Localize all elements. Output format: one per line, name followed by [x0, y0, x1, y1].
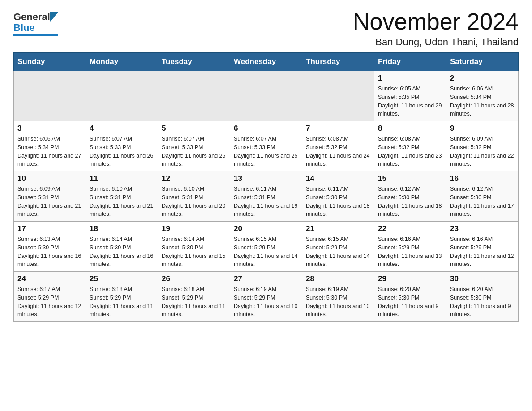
day-info: Sunrise: 6:16 AM Sunset: 5:29 PM Dayligh… — [378, 235, 442, 269]
calendar-cell: 22Sunrise: 6:16 AM Sunset: 5:29 PM Dayli… — [374, 222, 446, 272]
calendar-cell: 23Sunrise: 6:16 AM Sunset: 5:29 PM Dayli… — [446, 222, 519, 272]
calendar-cell: 15Sunrise: 6:12 AM Sunset: 5:30 PM Dayli… — [374, 171, 446, 222]
day-number: 7 — [306, 124, 370, 133]
calendar-body: 1Sunrise: 6:05 AM Sunset: 5:35 PM Daylig… — [14, 71, 519, 322]
day-number: 24 — [17, 274, 82, 283]
calendar-cell: 25Sunrise: 6:18 AM Sunset: 5:29 PM Dayli… — [86, 272, 158, 322]
day-info: Sunrise: 6:18 AM Sunset: 5:29 PM Dayligh… — [90, 285, 154, 319]
calendar-cell: 30Sunrise: 6:20 AM Sunset: 5:30 PM Dayli… — [446, 272, 519, 322]
day-number: 2 — [450, 74, 515, 83]
weekday-header-tuesday: Tuesday — [158, 53, 230, 71]
calendar-cell: 4Sunrise: 6:07 AM Sunset: 5:33 PM Daylig… — [86, 121, 158, 171]
calendar-header: SundayMondayTuesdayWednesdayThursdayFrid… — [14, 53, 519, 71]
day-info: Sunrise: 6:11 AM Sunset: 5:31 PM Dayligh… — [234, 185, 298, 218]
title-area: November 2024 Ban Dung, Udon Thani, Thai… — [353, 9, 519, 48]
calendar-cell: 26Sunrise: 6:18 AM Sunset: 5:29 PM Dayli… — [158, 272, 230, 322]
calendar-cell: 13Sunrise: 6:11 AM Sunset: 5:31 PM Dayli… — [230, 171, 302, 222]
day-info: Sunrise: 6:10 AM Sunset: 5:31 PM Dayligh… — [90, 185, 154, 218]
day-info: Sunrise: 6:14 AM Sunset: 5:30 PM Dayligh… — [162, 235, 226, 269]
weekday-header-wednesday: Wednesday — [230, 53, 302, 71]
calendar-cell: 10Sunrise: 6:09 AM Sunset: 5:31 PM Dayli… — [14, 171, 86, 222]
calendar-cell: 21Sunrise: 6:15 AM Sunset: 5:29 PM Dayli… — [302, 222, 374, 272]
day-number: 23 — [450, 224, 515, 233]
day-info: Sunrise: 6:07 AM Sunset: 5:33 PM Dayligh… — [234, 135, 298, 168]
day-number: 27 — [234, 274, 298, 283]
calendar-cell: 19Sunrise: 6:14 AM Sunset: 5:30 PM Dayli… — [158, 222, 230, 272]
svg-marker-0 — [50, 12, 58, 22]
day-info: Sunrise: 6:19 AM Sunset: 5:30 PM Dayligh… — [306, 285, 370, 319]
day-info: Sunrise: 6:05 AM Sunset: 5:35 PM Dayligh… — [378, 85, 442, 118]
calendar-cell: 2Sunrise: 6:06 AM Sunset: 5:34 PM Daylig… — [446, 71, 519, 121]
calendar-cell: 27Sunrise: 6:19 AM Sunset: 5:29 PM Dayli… — [230, 272, 302, 322]
subtitle: Ban Dung, Udon Thani, Thailand — [353, 36, 519, 48]
day-info: Sunrise: 6:15 AM Sunset: 5:29 PM Dayligh… — [306, 235, 370, 269]
calendar-cell: 7Sunrise: 6:08 AM Sunset: 5:32 PM Daylig… — [302, 121, 374, 171]
day-number: 9 — [450, 124, 515, 133]
day-number: 3 — [17, 124, 82, 133]
day-number: 21 — [306, 224, 370, 233]
day-info: Sunrise: 6:15 AM Sunset: 5:29 PM Dayligh… — [234, 235, 298, 269]
day-info: Sunrise: 6:12 AM Sunset: 5:30 PM Dayligh… — [378, 185, 442, 218]
main-title: November 2024 — [353, 9, 519, 34]
calendar-cell: 1Sunrise: 6:05 AM Sunset: 5:35 PM Daylig… — [374, 71, 446, 121]
calendar-cell: 18Sunrise: 6:14 AM Sunset: 5:30 PM Dayli… — [86, 222, 158, 272]
calendar-cell — [302, 71, 374, 121]
day-number: 6 — [234, 124, 298, 133]
calendar-cell: 8Sunrise: 6:08 AM Sunset: 5:32 PM Daylig… — [374, 121, 446, 171]
calendar-cell: 14Sunrise: 6:11 AM Sunset: 5:30 PM Dayli… — [302, 171, 374, 222]
day-number: 20 — [234, 224, 298, 233]
weekday-header-sunday: Sunday — [14, 53, 86, 71]
day-info: Sunrise: 6:08 AM Sunset: 5:32 PM Dayligh… — [378, 135, 442, 168]
day-info: Sunrise: 6:10 AM Sunset: 5:31 PM Dayligh… — [162, 185, 226, 218]
calendar-cell: 9Sunrise: 6:09 AM Sunset: 5:32 PM Daylig… — [446, 121, 519, 171]
calendar-cell — [230, 71, 302, 121]
weekday-header-thursday: Thursday — [302, 53, 374, 71]
day-number: 4 — [90, 124, 154, 133]
day-number: 30 — [450, 274, 515, 283]
day-info: Sunrise: 6:08 AM Sunset: 5:32 PM Dayligh… — [306, 135, 370, 168]
calendar-week-row: 24Sunrise: 6:17 AM Sunset: 5:29 PM Dayli… — [14, 272, 519, 322]
day-info: Sunrise: 6:19 AM Sunset: 5:29 PM Dayligh… — [234, 285, 298, 319]
logo-general-text: General — [13, 11, 50, 23]
calendar-cell: 16Sunrise: 6:12 AM Sunset: 5:30 PM Dayli… — [446, 171, 519, 222]
day-info: Sunrise: 6:18 AM Sunset: 5:29 PM Dayligh… — [162, 285, 226, 319]
day-info: Sunrise: 6:07 AM Sunset: 5:33 PM Dayligh… — [162, 135, 226, 168]
day-info: Sunrise: 6:16 AM Sunset: 5:29 PM Dayligh… — [450, 235, 515, 269]
day-number: 18 — [90, 224, 154, 233]
day-number: 5 — [162, 124, 226, 133]
day-number: 28 — [306, 274, 370, 283]
calendar-cell: 6Sunrise: 6:07 AM Sunset: 5:33 PM Daylig… — [230, 121, 302, 171]
calendar-cell: 12Sunrise: 6:10 AM Sunset: 5:31 PM Dayli… — [158, 171, 230, 222]
calendar-cell: 17Sunrise: 6:13 AM Sunset: 5:30 PM Dayli… — [14, 222, 86, 272]
day-number: 1 — [378, 74, 442, 83]
day-info: Sunrise: 6:11 AM Sunset: 5:30 PM Dayligh… — [306, 185, 370, 218]
day-number: 22 — [378, 224, 442, 233]
calendar-table: SundayMondayTuesdayWednesdayThursdayFrid… — [13, 52, 519, 322]
day-number: 14 — [306, 174, 370, 183]
day-info: Sunrise: 6:20 AM Sunset: 5:30 PM Dayligh… — [378, 285, 442, 319]
weekday-header-friday: Friday — [374, 53, 446, 71]
calendar-cell — [86, 71, 158, 121]
day-number: 25 — [90, 274, 154, 283]
day-number: 13 — [234, 174, 298, 183]
calendar-cell: 28Sunrise: 6:19 AM Sunset: 5:30 PM Dayli… — [302, 272, 374, 322]
calendar-week-row: 17Sunrise: 6:13 AM Sunset: 5:30 PM Dayli… — [14, 222, 519, 272]
day-number: 19 — [162, 224, 226, 233]
logo-underline — [13, 34, 58, 36]
weekday-header-row: SundayMondayTuesdayWednesdayThursdayFrid… — [14, 53, 519, 71]
weekday-header-saturday: Saturday — [446, 53, 519, 71]
day-info: Sunrise: 6:09 AM Sunset: 5:32 PM Dayligh… — [450, 135, 515, 168]
calendar-cell — [158, 71, 230, 121]
day-info: Sunrise: 6:17 AM Sunset: 5:29 PM Dayligh… — [17, 285, 82, 319]
day-number: 10 — [17, 174, 82, 183]
logo-triangle-icon — [50, 12, 58, 22]
day-number: 16 — [450, 174, 515, 183]
day-number: 8 — [378, 124, 442, 133]
calendar-cell: 29Sunrise: 6:20 AM Sunset: 5:30 PM Dayli… — [374, 272, 446, 322]
day-info: Sunrise: 6:20 AM Sunset: 5:30 PM Dayligh… — [450, 285, 515, 319]
logo-blue-text: Blue — [13, 22, 35, 34]
calendar-week-row: 1Sunrise: 6:05 AM Sunset: 5:35 PM Daylig… — [14, 71, 519, 121]
calendar-week-row: 10Sunrise: 6:09 AM Sunset: 5:31 PM Dayli… — [14, 171, 519, 222]
calendar-cell: 24Sunrise: 6:17 AM Sunset: 5:29 PM Dayli… — [14, 272, 86, 322]
calendar-cell: 5Sunrise: 6:07 AM Sunset: 5:33 PM Daylig… — [158, 121, 230, 171]
